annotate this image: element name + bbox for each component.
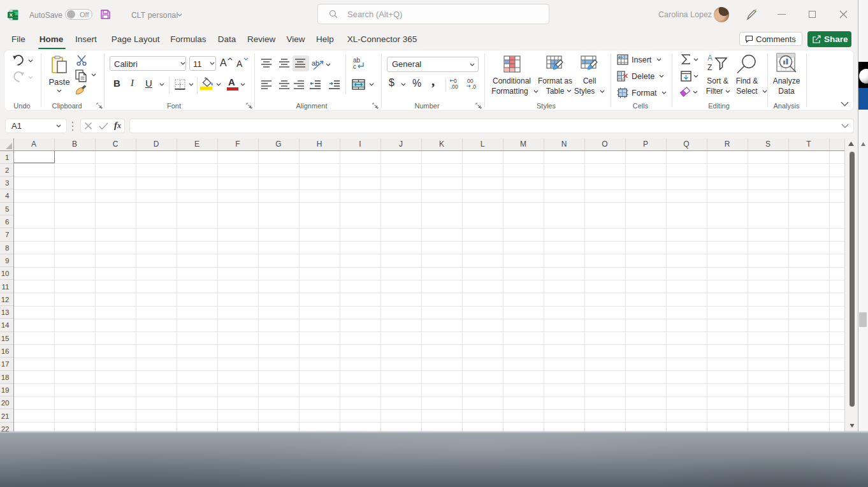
svg-text:.00: .00: [451, 84, 458, 90]
svg-text:c: c: [353, 63, 356, 70]
svg-text:Z: Z: [707, 63, 712, 70]
svg-text:.0: .0: [472, 84, 476, 90]
svg-text:A: A: [707, 54, 712, 62]
svg-text:X: X: [9, 12, 13, 18]
